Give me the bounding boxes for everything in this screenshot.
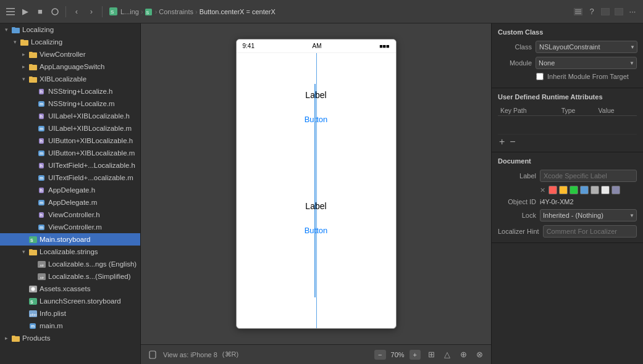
- tree-arrow: [11, 38, 19, 46]
- sidebar-label-products: Products: [22, 334, 50, 342]
- tree-arrow: [28, 174, 36, 181]
- sidebar-item-uitextfield-m[interactable]: m UITextField+...ocalizable.m: [0, 172, 140, 184]
- sidebar-item-nsstring-m[interactable]: m NSString+Localize.m: [0, 97, 140, 110]
- folder-icon: [28, 247, 37, 256]
- sidebar-item-localizing-sub[interactable]: Localizing: [0, 36, 140, 48]
- sidebar-item-uilabel-m[interactable]: m UILabel+XIBLocalizable.m: [0, 122, 140, 134]
- color-swatch-gray1[interactable]: [590, 186, 599, 194]
- tree-arrow: [28, 211, 36, 218]
- strings-file-icon: .str: [37, 260, 46, 268]
- sidebar-item-infoplist[interactable]: plist Info.plist: [0, 307, 140, 320]
- more-icon[interactable]: ···: [627, 6, 638, 17]
- sidebar-label-appdelegate-h: AppDelegate.h: [48, 186, 95, 194]
- toolbar-right: ? ···: [573, 6, 638, 17]
- sidebar-item-appdelegate-m[interactable]: m AppDelegate.m: [0, 196, 140, 209]
- button-2[interactable]: Button: [305, 226, 328, 235]
- device-view-icon[interactable]: [147, 349, 158, 360]
- breadcrumb-main[interactable]: S: [145, 7, 153, 15]
- sidebar-toggle-icon[interactable]: [5, 6, 16, 17]
- inherit-module-checkbox[interactable]: [536, 73, 544, 80]
- svg-rect-12: [601, 8, 610, 15]
- back-nav-icon[interactable]: ‹: [71, 6, 82, 17]
- sidebar-item-localizable-english[interactable]: .str Localizable.s...ngs (English): [0, 258, 140, 270]
- sidebar-label-viewcontroller-h: ViewController.h: [48, 211, 100, 218]
- sidebar-label-uilabel-h: UILabel+XIBLocalizable.h: [48, 112, 130, 120]
- tree-arrow: [2, 26, 10, 33]
- lock-select[interactable]: Inherited - (Nothing): [540, 209, 637, 221]
- breadcrumb: S L...ing › S › Constraints › Button.cen…: [107, 6, 569, 17]
- color-swatch-red[interactable]: [548, 186, 557, 194]
- sidebar-item-uilabel-h[interactable]: h UILabel+XIBLocalizable.h: [0, 110, 140, 122]
- sidebar-item-launchscreen[interactable]: S LaunchScreen.storyboard: [0, 295, 140, 307]
- h-file-icon: h: [37, 87, 46, 96]
- resolve-icon[interactable]: ⊗: [474, 349, 485, 360]
- add-constraint-icon[interactable]: △: [442, 349, 453, 360]
- sidebar-item-products[interactable]: Products: [0, 332, 140, 344]
- col-key-path: Key Path: [498, 105, 559, 116]
- color-close-icon[interactable]: ✕: [540, 186, 545, 194]
- file-navigator: Localizing Localizing ViewController App…: [0, 23, 141, 364]
- remove-attribute-button[interactable]: −: [508, 137, 516, 147]
- zoom-in-button[interactable]: +: [410, 350, 421, 360]
- label-input[interactable]: [540, 170, 637, 182]
- sidebar-item-uibutton-m[interactable]: m UIButton+XIBLocalizable.m: [0, 147, 140, 159]
- breadcrumb-localizing[interactable]: L...ing: [120, 8, 139, 15]
- scheme-icon[interactable]: [49, 6, 61, 17]
- embed-icon[interactable]: ⊕: [458, 349, 469, 360]
- localizer-hint-input[interactable]: [543, 225, 637, 238]
- play-icon[interactable]: ▶: [20, 6, 31, 17]
- sidebar-item-viewcontroller-m[interactable]: m ViewController.m: [0, 221, 140, 233]
- sidebar-item-main-storyboard[interactable]: S Main.storyboard: [0, 233, 140, 246]
- sidebar-item-viewcontroller-h[interactable]: h ViewController.h: [0, 209, 140, 221]
- color-swatch-yellow[interactable]: [559, 186, 568, 194]
- sidebar-item-uibutton-h[interactable]: h UIButton+XIBLocalizable.h: [0, 134, 140, 147]
- sidebar-item-appdelegate-h[interactable]: h AppDelegate.h: [0, 184, 140, 196]
- forward-nav-icon[interactable]: ›: [86, 6, 97, 17]
- button-1[interactable]: Button: [305, 115, 328, 124]
- fit-view-icon[interactable]: ⊞: [426, 349, 437, 360]
- m-file-icon: m: [37, 223, 46, 231]
- custom-class-title: Custom Class: [498, 28, 637, 36]
- sidebar-item-localizable-simplified[interactable]: .str Localizable.s...(Simplified): [0, 270, 140, 283]
- canvas-scroll[interactable]: → 9:41 AM ■■■ Label Button: [141, 23, 491, 344]
- sidebar-item-localizing-root[interactable]: Localizing: [0, 23, 140, 36]
- editor-standard-icon[interactable]: [573, 6, 584, 17]
- h-file-icon: h: [37, 136, 46, 145]
- inspector-toggle-icon[interactable]: [600, 6, 611, 17]
- module-label: Module: [498, 59, 532, 67]
- module-select[interactable]: None: [536, 57, 637, 69]
- help-icon[interactable]: ?: [586, 6, 597, 17]
- color-swatch-green[interactable]: [569, 186, 578, 194]
- m-file-icon: m: [37, 99, 46, 108]
- sidebar-item-xiblocalizable[interactable]: XIBLocalizable: [0, 73, 140, 85]
- svg-rect-0: [6, 8, 15, 9]
- sidebar-item-assets[interactable]: Assets.xcassets: [0, 283, 140, 295]
- breadcrumb-constraints[interactable]: Constraints: [159, 8, 193, 15]
- svg-text:S: S: [30, 238, 33, 242]
- localizer-hint-row: Localizer Hint: [498, 225, 637, 238]
- color-swatch-purple[interactable]: [611, 186, 620, 194]
- navigator-toggle-icon[interactable]: [613, 6, 624, 17]
- color-swatch-blue[interactable]: [580, 186, 589, 194]
- xcassets-icon: [28, 284, 37, 293]
- inherit-module-label: Inherit Module From Target: [547, 73, 629, 80]
- sidebar-item-localizable-strings-folder[interactable]: Localizable.strings: [0, 246, 140, 258]
- object-id-label: Object ID: [498, 198, 536, 205]
- tree-arrow: [20, 248, 27, 255]
- sidebar-item-applanguageswitch[interactable]: AppLanguageSwitch: [0, 60, 140, 73]
- sidebar-item-main-m[interactable]: m main.m: [0, 320, 140, 332]
- label-2[interactable]: Label: [305, 201, 326, 211]
- storyboard-file-icon: S: [28, 235, 37, 244]
- add-attribute-button[interactable]: +: [498, 137, 506, 147]
- label-1[interactable]: Label: [305, 90, 326, 100]
- sidebar-item-uitextfield-h[interactable]: h UITextField+...Localizable.h: [0, 159, 140, 172]
- zoom-out-button[interactable]: −: [374, 350, 385, 360]
- sidebar-item-nsstring-h[interactable]: h NSString+Localize.h: [0, 85, 140, 97]
- class-input[interactable]: [536, 41, 637, 53]
- sidebar-item-viewcontroller[interactable]: ViewController: [0, 48, 140, 60]
- separator-2: [102, 6, 103, 17]
- sidebar-label-localizable-strings: Localizable.strings: [40, 248, 98, 255]
- color-swatch-gray2[interactable]: [601, 186, 610, 194]
- tree-arrow: [2, 334, 10, 342]
- stop-icon[interactable]: ■: [35, 6, 46, 17]
